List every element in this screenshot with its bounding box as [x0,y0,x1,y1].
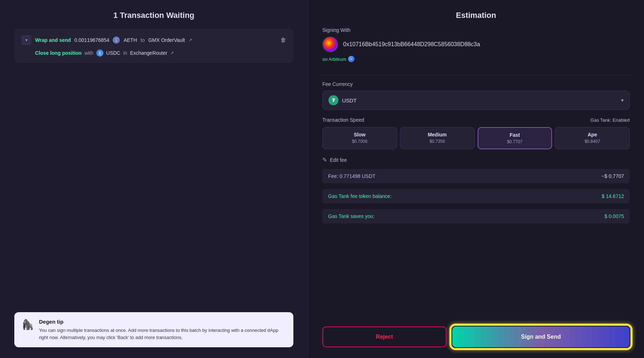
wallet-avatar [322,37,338,52]
usdc-token-icon: $ [96,49,103,57]
fee-currency-value: USDT [342,97,357,103]
sub-tx-token: USDC [106,50,121,56]
gas-tank-saves-value: $ 0.0075 [605,213,624,219]
speed-ape-name: Ape [558,132,626,137]
external-link-icon[interactable]: ↗ [189,38,192,43]
speed-slow[interactable]: Slow $0.7006 [322,127,397,149]
sub-external-link-icon[interactable]: ↗ [170,50,174,55]
tx-action-label: Wrap and send [35,37,71,43]
usdt-icon: ₮ [328,95,338,105]
arbitrum-icon: A [348,56,355,62]
fee-label: Fee: 0.771498 USDT [328,173,375,179]
delete-button[interactable]: 🗑 [280,37,286,43]
fee-row-gas-balance: Gas Tank fee token balance: $ 14.6712 [322,189,630,203]
sub-tx-with: with [84,50,93,56]
degen-tip-card: 🦍 Degen tip You can sign multiple transa… [14,312,293,347]
sub-tx-in: in [123,50,127,56]
edit-fee-label: Edit fee [330,157,347,163]
fee-row-main: Fee: 0.771498 USDT ~$ 0.7707 [322,169,630,183]
fee-currency-label: Fee Currency [322,81,630,87]
speed-slow-cost: $0.7006 [326,139,394,144]
gas-tank-saves-label: Gas Tank saves you: [328,213,375,219]
sub-tx-action-label: Close long position [35,50,82,56]
speed-fast-name: Fast [481,132,549,138]
right-panel-title: Estimation [322,11,630,20]
speed-ape[interactable]: Ape $0.8407 [555,127,630,149]
tx-token: AETH [123,37,137,43]
sign-and-send-button[interactable]: Sign and Send [452,326,630,347]
tx-amount: 0.00119676854 [74,37,109,43]
speed-fast-cost: $0.7707 [481,139,549,144]
chevron-icon: ▾ [25,38,28,43]
sub-tx-destination: ExchangeRouter [130,50,167,56]
degen-tip-body: You can sign multiple transactions at on… [39,327,286,341]
fee-currency-chevron-icon: ▾ [621,97,624,103]
fee-row-gas-saves: Gas Tank saves you: $ 0.0075 [322,209,630,223]
chevron-button[interactable]: ▾ [21,35,31,45]
tx-to-label: to [141,37,145,43]
speed-slow-name: Slow [326,132,394,137]
speed-medium[interactable]: Medium $0.7356 [400,127,475,149]
tx-destination: GMX OrderVault [148,37,185,43]
network-row: on Arbitrum A [322,56,630,62]
speed-header: Transaction Speed Gas Tank: Enabled [322,117,630,123]
degen-tip-mascot-icon: 🦍 [21,319,34,330]
transaction-card: ▾ Wrap and send 0.00119676854 Ξ AETH to … [14,29,293,63]
edit-fee-row[interactable]: ✎ Edit fee [322,156,630,163]
gas-tank-balance-value: $ 14.6712 [602,193,624,199]
speed-medium-cost: $0.7356 [403,139,472,144]
speed-medium-name: Medium [403,132,472,137]
network-label: on Arbitrum [322,57,346,62]
action-buttons: Reject Sign and Send [322,319,630,347]
speed-ape-cost: $0.8407 [558,139,626,144]
speed-title: Transaction Speed [322,117,364,123]
speed-options: Slow $0.7006 Medium $0.7356 Fast $0.7707… [322,127,630,149]
gas-tank-balance-label: Gas Tank fee token balance: [328,193,391,199]
wallet-address: 0x10716Bb4519c913bB66448D298C5856038D88c… [343,41,480,48]
left-panel-title: 1 Transaction Waiting [14,11,293,20]
reject-button[interactable]: Reject [322,326,447,347]
signing-row: 0x10716Bb4519c913bB66448D298C5856038D88c… [322,37,630,52]
degen-tip-title: Degen tip [39,319,286,325]
edit-fee-icon: ✎ [322,156,327,163]
gas-tank-status: Gas Tank: Enabled [590,117,630,123]
divider-1 [322,75,630,76]
aeth-token-icon: Ξ [113,37,120,44]
speed-fast[interactable]: Fast $0.7707 [478,127,552,149]
fee-currency-dropdown[interactable]: ₮ USDT ▾ [322,91,630,110]
signing-with-label: Signing With [322,27,630,33]
fee-value: ~$ 0.7707 [601,173,624,179]
